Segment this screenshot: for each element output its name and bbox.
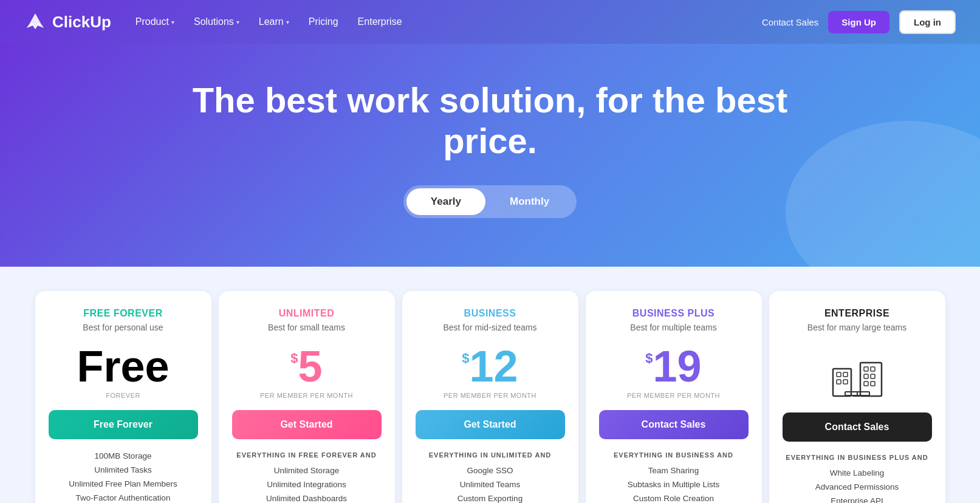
toggle-monthly[interactable]: Monthly [485,188,574,215]
plan-subtitle-business: Best for mid-sized teams [443,323,536,332]
feature-unlimited-2: Unlimited Integrations [267,480,346,489]
svg-rect-9 [871,374,875,378]
feature-bplus-2: Subtasks in Multiple Lists [628,480,720,489]
svg-rect-8 [864,374,868,378]
hero-section: The best work solution, for the best pri… [0,44,980,267]
logo-icon [24,11,46,33]
enterprise-icon [827,351,888,402]
price-period-business: PER MEMBER PER MONTH [444,392,536,399]
feature-free-2: Unlimited Tasks [94,465,151,474]
chevron-down-icon: ▾ [171,19,174,26]
plan-name-business: BUSINESS [464,308,516,319]
price-dollar-bplus: $ [645,351,653,366]
card-business-plus: BUSINESS PLUS Best for multiple teams $ … [586,291,762,503]
feature-business-1: Google SSO [467,466,513,475]
toggle-pill: Yearly Monthly [403,185,577,218]
feature-free-4: Two-Factor Authentication [75,493,170,502]
price-period-free: FOREVER [106,392,140,399]
features-header-bplus: EVERYTHING IN BUSINESS AND [614,451,733,459]
card-business: BUSINESS Best for mid-sized teams $ 12 P… [402,291,578,503]
cta-bplus-button[interactable]: Contact Sales [599,410,749,439]
price-number-unlimited: 5 [298,344,323,388]
feature-enterprise-2: Advanced Permissions [815,482,899,491]
feature-free-1: 100MB Storage [95,451,152,460]
price-number-business: 12 [470,344,518,388]
card-unlimited: UNLIMITED Best for small teams $ 5 PER M… [219,291,395,503]
cta-free-button[interactable]: Free Forever [49,410,198,439]
feature-bplus-3: Custom Role Creation [633,494,714,503]
navbar: ClickUp Product ▾ Solutions ▾ Learn ▾ Pr… [0,0,980,44]
features-header-enterprise: EVERYTHING IN BUSINESS PLUS AND [786,454,928,461]
price-period-unlimited: PER MEMBER PER MONTH [260,392,353,399]
price-display-unlimited: $ 5 [290,344,322,388]
feature-business-2: Unlimited Teams [460,480,521,489]
feature-business-3: Custom Exporting [457,494,523,503]
price-dollar-business: $ [462,351,469,366]
billing-toggle[interactable]: Yearly Monthly [24,185,956,218]
nav-learn[interactable]: Learn ▾ [259,16,289,27]
price-display-free: Free [77,344,169,388]
svg-rect-6 [864,367,868,371]
price-dollar-unlimited: $ [290,351,298,366]
logo[interactable]: ClickUp [24,11,111,33]
nav-right: Contact Sales Sign Up Log in [762,10,956,34]
price-display-business: $ 12 [462,344,518,388]
feature-bplus-1: Team Sharing [648,466,699,475]
nav-product[interactable]: Product ▾ [135,16,174,27]
plan-name-unlimited: UNLIMITED [279,308,335,319]
plan-subtitle-enterprise: Best for many large teams [807,323,906,332]
feature-unlimited-1: Unlimited Storage [274,466,339,475]
nav-solutions[interactable]: Solutions ▾ [194,16,239,27]
logo-text: ClickUp [52,13,111,32]
chevron-down-icon: ▾ [286,19,289,26]
price-free: Free [77,344,169,388]
feature-unlimited-3: Unlimited Dashboards [266,494,347,503]
login-button[interactable]: Log in [899,10,956,34]
svg-rect-7 [871,367,875,371]
plan-name-free: FREE FOREVER [83,308,162,319]
svg-rect-11 [871,382,875,386]
feature-free-3: Unlimited Free Plan Members [69,479,177,488]
nav-links: Product ▾ Solutions ▾ Learn ▾ Pricing En… [135,16,762,27]
svg-rect-5 [843,380,848,384]
feature-enterprise-1: White Labeling [830,468,884,477]
svg-rect-3 [843,372,848,377]
nav-pricing[interactable]: Pricing [309,16,338,27]
signup-button[interactable]: Sign Up [828,11,889,33]
svg-rect-4 [837,380,841,384]
nav-enterprise[interactable]: Enterprise [358,16,402,27]
cta-unlimited-button[interactable]: Get Started [232,410,382,439]
cta-business-button[interactable]: Get Started [416,410,565,439]
enterprise-building-icon [827,351,888,399]
pricing-cards: FREE FOREVER Best for personal use Free … [19,291,961,503]
plan-name-bplus: BUSINESS PLUS [632,308,714,319]
chevron-down-icon: ▾ [236,19,239,26]
svg-rect-10 [864,382,868,386]
card-free: FREE FOREVER Best for personal use Free … [35,291,211,503]
price-period-bplus: PER MEMBER PER MONTH [627,392,720,399]
feature-enterprise-3: Enterprise API [831,496,883,503]
card-enterprise: ENTERPRISE Best for many large teams [769,291,945,503]
plan-name-enterprise: ENTERPRISE [824,308,889,319]
features-header-unlimited: EVERYTHING IN FREE FOREVER AND [236,451,376,459]
plan-subtitle-unlimited: Best for small teams [268,323,345,332]
cta-enterprise-button[interactable]: Contact Sales [783,412,932,442]
price-number-bplus: 19 [653,344,702,388]
contact-sales-link[interactable]: Contact Sales [762,17,818,27]
pricing-section: FREE FOREVER Best for personal use Free … [0,267,980,503]
plan-subtitle-free: Best for personal use [83,323,163,332]
plan-subtitle-bplus: Best for multiple teams [630,323,716,332]
toggle-yearly[interactable]: Yearly [406,188,485,215]
svg-rect-2 [837,372,841,377]
price-display-bplus: $ 19 [645,344,701,388]
hero-title: The best work solution, for the best pri… [187,80,794,161]
features-header-business: EVERYTHING IN UNLIMITED AND [429,451,552,459]
